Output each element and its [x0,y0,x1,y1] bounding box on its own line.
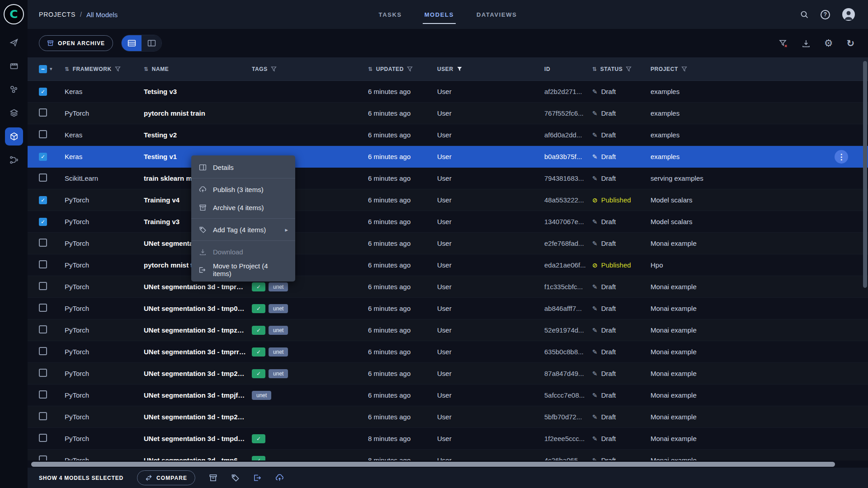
footer-tag-icon[interactable] [231,474,240,482]
horizontal-scrollbar[interactable] [28,460,868,468]
row-checkbox[interactable] [39,434,47,442]
tag-check-badge[interactable] [252,326,265,335]
clear-filters-icon[interactable] [778,39,788,48]
model-name[interactable]: UNet segmentation 3d - tmpdm4... [144,435,252,442]
footer-publish-icon[interactable] [275,474,284,482]
settings-gear-icon[interactable] [824,38,833,48]
footer-archive-icon[interactable] [209,474,217,482]
column-header-status[interactable]: STATUS [592,66,651,72]
sort-icon[interactable] [368,66,373,72]
table-row[interactable]: PyTorchpytorch mnist train6 minutes agoU… [28,254,868,276]
row-checkbox[interactable] [39,196,47,204]
row-checkbox[interactable] [39,347,47,355]
compare-button[interactable]: COMPARE [137,470,195,485]
selection-count-label[interactable]: SHOW 4 MODELS SELECTED [39,475,123,481]
row-checkbox[interactable] [39,153,47,161]
model-name[interactable]: UNet segmentation 3d - tmp29rf... [144,370,252,377]
table-row[interactable]: KerasTesting v16 minutes agoUserb0a93b75… [28,146,868,168]
table-row[interactable]: PyTorchUNet segmentation 3d - tmpjfjpv..… [28,385,868,406]
model-name[interactable]: Testing v2 [144,131,252,139]
tab-models[interactable]: MODELS [424,8,455,22]
sidebar-item-reports[interactable] [5,104,23,122]
table-row[interactable]: PyTorchTraining v46 minutes agoUser48a55… [28,189,868,211]
row-checkbox[interactable] [39,260,47,268]
table-row[interactable]: PyTorchUNet segmentation 3d - tmpzh0...u… [28,319,868,341]
model-name[interactable]: pytorch mnist train [144,109,252,117]
menu-item-publish[interactable]: Publish (3 items) [191,180,295,198]
row-checkbox[interactable] [39,412,47,420]
sort-icon[interactable] [65,66,70,72]
table-row[interactable]: ScikitLearntrain sklearn model6 minutes … [28,168,868,189]
tag-badge[interactable]: unet [252,391,271,400]
row-checkbox[interactable] [39,390,47,399]
sidebar-item-dashboard[interactable] [5,33,23,52]
model-name[interactable]: UNet segmentation 3d - tmp6fa0... [144,456,252,460]
row-actions-button[interactable] [835,150,848,164]
table-row[interactable]: PyTorchTraining v36 minutes agoUser13407… [28,211,868,233]
filter-icon[interactable] [681,66,687,72]
tag-badge[interactable]: unet [269,326,288,335]
tag-check-badge[interactable] [252,282,265,291]
sort-icon[interactable] [144,66,149,72]
model-name[interactable]: UNet segmentation 3d - tmp2kr0... [144,413,252,421]
table-row[interactable]: PyTorchUNet segmentation 3d - tmp6fa0...… [28,450,868,460]
table-row[interactable]: KerasTetsing v36 minutes agoUseraf2b2d27… [28,81,868,103]
footer-move-to-project-icon[interactable] [253,474,262,482]
tag-check-badge[interactable] [252,347,265,357]
row-checkbox[interactable] [39,130,47,138]
menu-item-move[interactable]: Move to Project (4 items) [191,261,295,279]
tag-check-badge[interactable] [252,434,265,443]
table-row[interactable]: PyTorchUNet segmentation 3d - tmp0tu...u… [28,298,868,319]
model-name[interactable]: Tetsing v3 [144,88,252,95]
table-row[interactable]: PyTorchpytorch mnist train6 minutes agoU… [28,103,868,124]
model-name[interactable]: UNet segmentation 3d - tmpzh0... [144,326,252,334]
tab-dataviews[interactable]: DATAVIEWS [476,8,518,22]
row-checkbox[interactable] [39,325,47,333]
table-row[interactable]: PyTorchUNet segmentation 3d - tmprb9d...… [28,276,868,298]
tag-badge[interactable]: unet [269,282,288,291]
filter-icon[interactable] [271,66,277,72]
sidebar-item-experiments[interactable] [5,80,23,99]
tab-tasks[interactable]: TASKS [378,8,403,22]
open-archive-button[interactable]: OPEN ARCHIVE [39,35,113,51]
sort-icon[interactable] [592,66,597,72]
column-header-tags[interactable]: TAGS [252,66,368,72]
row-checkbox[interactable] [39,108,47,117]
search-icon[interactable] [800,10,809,19]
column-header-user[interactable]: USER [437,66,544,72]
filter-icon[interactable] [626,66,632,72]
row-checkbox[interactable] [39,239,47,247]
model-name[interactable]: UNet segmentation 3d - tmpjfjpv... [144,391,252,399]
help-icon[interactable] [821,10,830,19]
select-all-caret-icon[interactable] [50,66,52,72]
column-header-updated[interactable]: UPDATED [368,66,437,72]
tag-check-badge[interactable] [252,304,265,313]
filter-icon[interactable] [407,66,413,72]
table-row[interactable]: PyTorchUNet segmentation 3d - tmp29rf...… [28,363,868,385]
clearml-logo[interactable] [4,4,24,24]
row-checkbox[interactable] [39,282,47,290]
filter-icon[interactable] [115,66,121,72]
menu-item-details[interactable]: Details [191,158,295,176]
refresh-icon[interactable] [846,38,854,48]
vertical-scrollbar[interactable] [863,61,867,288]
menu-item-tag[interactable]: Add Tag (4 items) [191,221,295,239]
user-avatar[interactable] [842,8,855,21]
row-checkbox[interactable] [39,174,47,182]
row-checkbox[interactable] [39,88,47,96]
model-name[interactable]: UNet segmentation 3d - tmprb9d... [144,283,252,291]
breadcrumb-projects[interactable]: PROJECTS [39,11,75,18]
tag-badge[interactable]: unet [269,304,288,313]
model-name[interactable]: UNet segmentation 3d - tmprrae... [144,348,252,356]
column-header-id[interactable]: ID [544,66,592,72]
table-row[interactable]: PyTorchUNet segmentation 3d - tmprrae...… [28,341,868,363]
select-all-checkbox[interactable] [39,65,47,73]
tag-check-badge[interactable] [252,369,265,378]
tag-badge[interactable]: unet [269,347,288,357]
tag-check-badge[interactable] [252,456,265,461]
menu-item-archive[interactable]: Archive (4 items) [191,198,295,216]
table-row[interactable]: PyTorchUNet segmentation 3d - tmpdm4...8… [28,428,868,450]
card-view-button[interactable] [142,35,161,51]
row-checkbox[interactable] [39,455,47,460]
model-name[interactable]: UNet segmentation 3d - tmp0tu... [144,305,252,312]
